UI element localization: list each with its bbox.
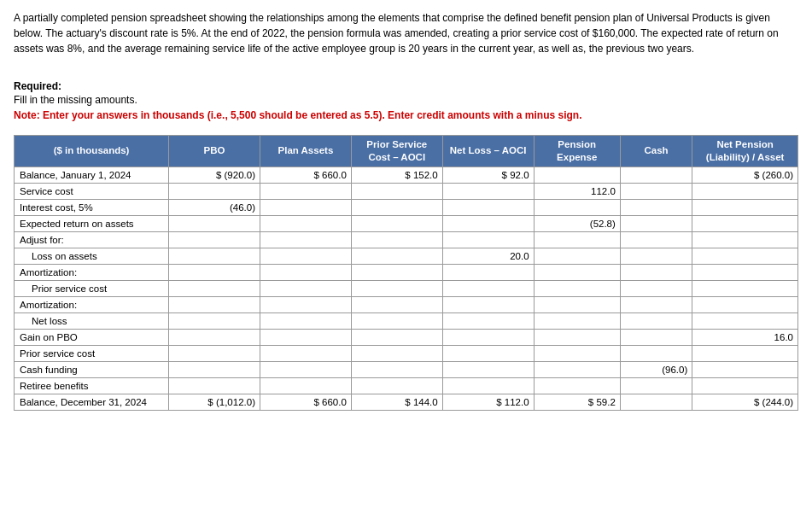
cell-prior_service[interactable] <box>351 215 442 231</box>
input-pbo[interactable] <box>173 365 255 375</box>
cell-cash[interactable] <box>620 394 692 410</box>
cell-cash[interactable] <box>620 264 692 280</box>
cell-prior_service[interactable] <box>351 183 442 199</box>
cell-plan_assets[interactable] <box>260 296 351 312</box>
cell-net_loss[interactable] <box>442 312 534 329</box>
cell-pension_expense[interactable] <box>534 377 620 394</box>
input-pbo[interactable] <box>173 316 255 326</box>
cell-net_pension[interactable] <box>692 248 798 264</box>
cell-prior_service[interactable] <box>351 377 442 394</box>
input-net_pension[interactable] <box>697 251 793 261</box>
input-net_loss[interactable] <box>447 381 529 391</box>
input-plan_assets[interactable] <box>265 365 347 375</box>
cell-prior_service[interactable] <box>351 231 442 248</box>
cell-pension_expense[interactable] <box>534 361 620 377</box>
cell-net_loss[interactable] <box>442 199 534 215</box>
cell-pbo[interactable] <box>169 248 260 264</box>
input-plan_assets[interactable] <box>265 219 347 229</box>
cell-pension_expense[interactable] <box>534 166 620 183</box>
cell-net_pension[interactable] <box>692 199 798 215</box>
input-cash[interactable] <box>625 348 687 359</box>
input-plan_assets[interactable] <box>265 235 347 245</box>
cell-plan_assets[interactable] <box>260 231 351 248</box>
cell-net_pension[interactable] <box>692 264 798 280</box>
input-plan_assets[interactable] <box>265 332 347 342</box>
cell-cash[interactable] <box>620 312 692 329</box>
cell-cash[interactable] <box>620 329 692 345</box>
input-plan_assets[interactable] <box>265 251 347 261</box>
input-prior_service[interactable] <box>356 283 438 294</box>
cell-prior_service[interactable] <box>351 361 442 377</box>
cell-net_loss[interactable] <box>442 329 534 345</box>
input-net_loss[interactable] <box>447 332 529 342</box>
input-prior_service[interactable] <box>356 365 438 375</box>
input-net_pension[interactable] <box>697 365 793 375</box>
cell-net_loss[interactable] <box>442 280 534 296</box>
input-pension_expense[interactable] <box>539 316 616 326</box>
cell-pension_expense[interactable] <box>534 312 620 329</box>
input-cash[interactable] <box>625 219 687 229</box>
input-net_pension[interactable] <box>697 300 793 310</box>
cell-net_pension[interactable] <box>692 312 798 329</box>
input-pension_expense[interactable] <box>539 202 616 213</box>
input-cash[interactable] <box>625 170 687 180</box>
cell-prior_service[interactable] <box>351 296 442 312</box>
cell-pension_expense[interactable] <box>534 296 620 312</box>
input-cash[interactable] <box>625 186 687 196</box>
cell-net_loss[interactable] <box>442 183 534 199</box>
input-plan_assets[interactable] <box>265 348 347 359</box>
cell-pbo[interactable] <box>169 345 260 361</box>
input-pension_expense[interactable] <box>539 267 616 277</box>
input-net_loss[interactable] <box>447 316 529 326</box>
input-pbo[interactable] <box>173 332 255 342</box>
input-pbo[interactable] <box>173 300 255 310</box>
input-cash[interactable] <box>625 235 687 245</box>
cell-cash[interactable] <box>620 296 692 312</box>
cell-net_pension[interactable] <box>692 231 798 248</box>
cell-plan_assets[interactable] <box>260 248 351 264</box>
input-cash[interactable] <box>625 316 687 326</box>
cell-pension_expense[interactable] <box>534 248 620 264</box>
input-cash[interactable] <box>625 381 687 391</box>
input-pbo[interactable] <box>173 235 255 245</box>
cell-cash[interactable] <box>620 183 692 199</box>
cell-net_loss[interactable] <box>442 215 534 231</box>
cell-plan_assets[interactable] <box>260 329 351 345</box>
input-net_loss[interactable] <box>447 186 529 196</box>
input-prior_service[interactable] <box>356 332 438 342</box>
cell-plan_assets[interactable] <box>260 183 351 199</box>
cell-net_pension[interactable] <box>692 183 798 199</box>
cell-plan_assets[interactable] <box>260 264 351 280</box>
cell-cash[interactable] <box>620 377 692 394</box>
cell-cash[interactable] <box>620 345 692 361</box>
cell-pbo[interactable] <box>169 231 260 248</box>
input-net_pension[interactable] <box>697 267 793 277</box>
input-pension_expense[interactable] <box>539 170 616 180</box>
input-pension_expense[interactable] <box>539 381 616 391</box>
cell-plan_assets[interactable] <box>260 199 351 215</box>
input-pension_expense[interactable] <box>539 251 616 261</box>
cell-cash[interactable] <box>620 248 692 264</box>
cell-pbo[interactable] <box>169 361 260 377</box>
cell-plan_assets[interactable] <box>260 345 351 361</box>
cell-cash[interactable] <box>620 215 692 231</box>
input-cash[interactable] <box>625 267 687 277</box>
cell-prior_service[interactable] <box>351 345 442 361</box>
input-net_pension[interactable] <box>697 381 793 391</box>
cell-cash[interactable] <box>620 280 692 296</box>
cell-pension_expense[interactable] <box>534 231 620 248</box>
input-pension_expense[interactable] <box>539 283 616 294</box>
cell-net_pension[interactable] <box>692 345 798 361</box>
input-prior_service[interactable] <box>356 219 438 229</box>
input-pension_expense[interactable] <box>539 235 616 245</box>
input-plan_assets[interactable] <box>265 316 347 326</box>
input-pension_expense[interactable] <box>539 365 616 375</box>
input-pension_expense[interactable] <box>539 348 616 359</box>
input-net_loss[interactable] <box>447 300 529 310</box>
cell-pbo[interactable] <box>169 183 260 199</box>
cell-net_pension[interactable] <box>692 280 798 296</box>
cell-prior_service[interactable] <box>351 329 442 345</box>
input-pbo[interactable] <box>173 251 255 261</box>
cell-net_loss[interactable] <box>442 377 534 394</box>
cell-cash[interactable] <box>620 199 692 215</box>
